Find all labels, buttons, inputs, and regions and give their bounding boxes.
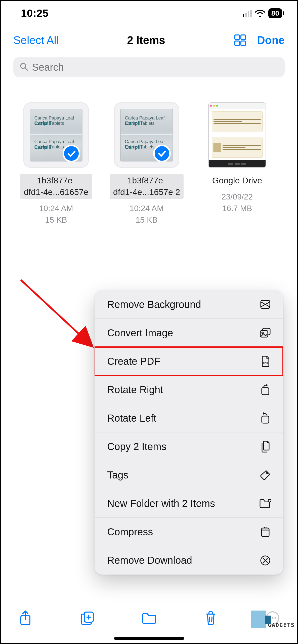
svg-rect-13 — [262, 416, 269, 423]
svg-rect-12 — [262, 388, 269, 395]
file-meta: 23/09/2216.7 MB — [222, 191, 253, 214]
svg-rect-2 — [235, 41, 239, 46]
file-item[interactable]: Carica Papaya Leaf Extract Tablets Carip… — [106, 102, 187, 226]
svg-rect-0 — [235, 35, 239, 39]
svg-text:PDF: PDF — [263, 362, 268, 365]
select-all-button[interactable]: Select All — [13, 34, 59, 47]
menu-item-copy[interactable]: Copy 2 Items — [95, 432, 283, 461]
search-input[interactable] — [32, 62, 279, 73]
thumb-brand: Caripill — [34, 120, 51, 126]
search-field[interactable] — [13, 57, 285, 77]
home-indicator — [114, 637, 184, 640]
file-item[interactable]: Carica Papaya Leaf Extract Tablets Carip… — [16, 102, 96, 226]
file-thumbnail: Carica Papaya Leaf Extract Tablets Carip… — [23, 102, 89, 168]
files-grid: Carica Papaya Leaf Extract Tablets Carip… — [1, 77, 297, 226]
wifi-icon — [255, 9, 265, 17]
annotation-arrow — [16, 275, 101, 355]
menu-item-remove-background[interactable]: Remove Background — [95, 290, 283, 319]
file-thumbnail — [208, 102, 266, 168]
thumb-brand: Caripill — [125, 144, 142, 150]
new-folder-icon — [259, 497, 272, 510]
remove-download-icon — [259, 554, 272, 567]
file-name: 1b3f877e-dfd1-4e...61657e — [20, 174, 92, 199]
menu-item-new-folder[interactable]: New Folder with 2 Items — [95, 489, 283, 518]
rotate-left-icon — [259, 412, 272, 424]
thumb-brand: Caripill — [34, 144, 51, 150]
convert-image-icon — [259, 327, 272, 339]
menu-item-create-pdf[interactable]: Create PDF PDF — [95, 347, 283, 376]
thumb-brand: Caripill — [125, 120, 142, 126]
selection-check-icon — [153, 145, 171, 162]
menu-item-rotate-left[interactable]: Rotate Left — [95, 404, 283, 432]
svg-line-28 — [209, 617, 210, 622]
svg-rect-16 — [262, 528, 269, 537]
watermark: GADGETS — [251, 611, 295, 628]
menu-item-label: New Folder with 2 Items — [107, 498, 215, 509]
menu-item-label: Remove Background — [107, 299, 201, 310]
menu-item-tags[interactable]: Tags — [95, 461, 283, 489]
menu-item-label: Create PDF — [107, 356, 160, 367]
svg-line-29 — [212, 617, 212, 622]
menu-item-rotate-right[interactable]: Rotate Right — [95, 376, 283, 404]
menu-item-label: Tags — [107, 469, 129, 481]
duplicate-button[interactable] — [77, 611, 97, 626]
remove-bg-icon — [259, 298, 272, 311]
share-button[interactable] — [15, 610, 35, 626]
battery-indicator: 80 — [268, 8, 282, 18]
menu-item-label: Rotate Left — [107, 413, 156, 424]
view-toggle-button[interactable] — [233, 33, 247, 47]
menu-item-convert-image[interactable]: Convert Image — [95, 319, 283, 347]
menu-item-compress[interactable]: Compress — [95, 518, 283, 546]
file-name: Google Drive — [209, 174, 266, 187]
context-menu: Remove Background Convert Image Create P… — [95, 290, 283, 575]
svg-line-5 — [25, 68, 27, 70]
menu-item-label: Compress — [107, 526, 153, 538]
status-time: 10:25 — [21, 7, 49, 19]
selection-check-icon — [63, 145, 80, 162]
menu-item-remove-download[interactable]: Remove Download — [95, 546, 283, 575]
rotate-right-icon — [259, 383, 272, 396]
cellular-signal-icon — [243, 10, 252, 17]
svg-rect-1 — [241, 35, 245, 39]
file-name: 1b3f877e-dfd1-4e...1657e 2 — [110, 174, 184, 199]
svg-line-6 — [21, 280, 91, 345]
menu-item-label: Remove Download — [107, 555, 192, 566]
file-item[interactable]: Google Drive 23/09/2216.7 MB — [197, 102, 277, 214]
page-title: 2 Items — [127, 34, 165, 47]
file-meta: 10:24 AM15 KB — [39, 203, 73, 226]
copy-icon — [259, 440, 272, 453]
delete-button[interactable] — [201, 611, 221, 626]
compress-icon — [259, 526, 272, 538]
move-button[interactable] — [139, 612, 159, 625]
menu-item-label: Copy 2 Items — [107, 441, 166, 452]
menu-item-label: Convert Image — [107, 327, 173, 339]
navigation-header: Select All 2 Items Done — [1, 26, 297, 57]
file-thumbnail: Carica Papaya Leaf Extract Tablets Carip… — [114, 102, 179, 168]
watermark-text: GADGETS — [268, 622, 295, 628]
status-bar: 10:25 80 — [1, 1, 297, 26]
svg-rect-3 — [241, 41, 245, 46]
search-icon — [19, 62, 28, 72]
file-meta: 10:24 AM15 KB — [130, 203, 163, 226]
menu-item-label: Rotate Right — [107, 384, 163, 395]
create-pdf-icon: PDF — [259, 355, 272, 368]
done-button[interactable]: Done — [257, 34, 285, 47]
svg-point-14 — [266, 472, 268, 473]
tag-icon — [259, 469, 272, 481]
